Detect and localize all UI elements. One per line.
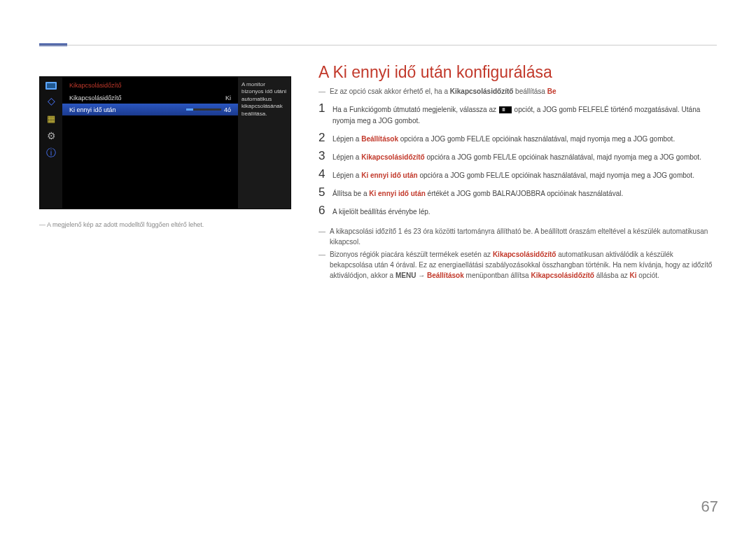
gear-icon: [45, 129, 57, 142]
footnote-1: A kikapcsolási időzítő 1 és 23 óra közöt…: [318, 226, 717, 247]
osd-slider: 4ó: [186, 106, 231, 113]
osd-row-value: 4ó: [224, 106, 231, 113]
menu-icon: [499, 106, 512, 113]
footnotes: A kikapcsolási időzítő 1 és 23 óra közöt…: [318, 226, 717, 281]
step-3: Lépjen a Kikapcsolásidőzítő opcióra a JO…: [318, 150, 717, 163]
intro-note: Ez az opció csak akkor érhető el, ha a K…: [318, 87, 717, 95]
content-area: A Ki ennyi idő után konfigurálása Ez az …: [318, 63, 717, 283]
osd-row-turn-off-after: Ki ennyi idő után 4ó: [62, 104, 238, 115]
page-number: 67: [701, 498, 718, 516]
page-title: A Ki ennyi idő után konfigurálása: [318, 63, 717, 82]
step-6: A kijelölt beállítás érvénybe lép.: [318, 204, 717, 218]
osd-tooltip: A monitor bizonyos idő utáni automatikus…: [238, 77, 290, 209]
footnote-2: Bizonyos régiók piacára készült termékek…: [318, 249, 717, 281]
osd-row-label: Ki ennyi idő után: [69, 106, 116, 113]
osd-panel-title: Kikapcsolásidőzítő: [62, 80, 238, 92]
osd-screenshot: Kikapcsolásidőzítő Kikapcsolásidőzítő Ki…: [39, 76, 291, 209]
osd-row-label: Kikapcsolásidőzítő: [69, 94, 122, 101]
step-4: Lépjen a Ki ennyi idő után opcióra a JOG…: [318, 168, 717, 181]
step-2: Lépjen a Beállítások opcióra a JOG gomb …: [318, 132, 717, 145]
info-icon: [45, 147, 57, 160]
header-divider: [39, 45, 717, 45]
osd-sidebar: [40, 77, 62, 209]
osd-row-value: Ki: [225, 94, 231, 101]
osd-row-off-timer: Kikapcsolásidőzítő Ki: [62, 92, 238, 104]
step-5: Állítsa be a Ki ennyi idő után értékét a…: [318, 186, 717, 199]
step-list: Ha a Funkciógomb útmutató megjelenik, vá…: [318, 102, 717, 218]
compass-icon: [45, 94, 57, 107]
osd-caption: A megjelenő kép az adott modelltől függő…: [39, 221, 204, 228]
osd-main: Kikapcsolásidőzítő Kikapcsolásidőzítő Ki…: [62, 77, 238, 209]
monitor-icon: [46, 82, 57, 90]
step-1: Ha a Funkciógomb útmutató megjelenik, vá…: [318, 102, 717, 127]
grid-icon: [45, 112, 57, 125]
